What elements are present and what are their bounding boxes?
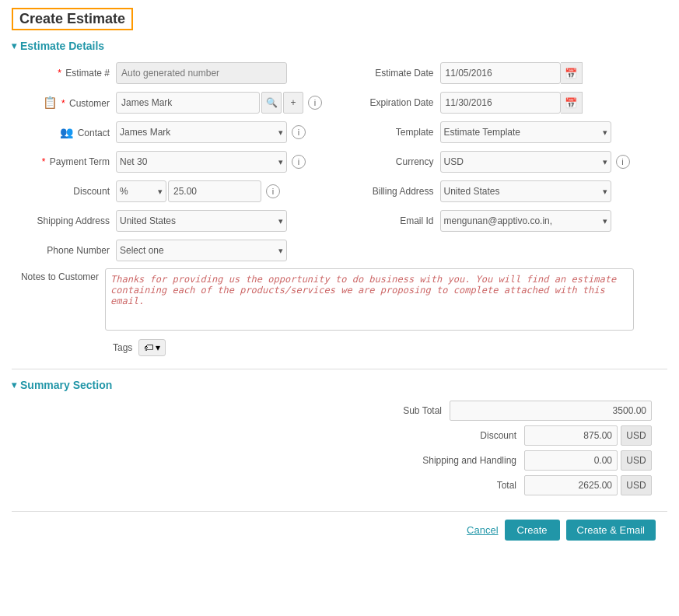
total-label: Total [404, 480, 521, 491]
customer-input-group: 🔍 + i [116, 92, 322, 114]
total-currency: USD [621, 475, 652, 495]
contact-input-group: James Mark i [116, 121, 306, 143]
estimate-date-label: Estimate Date [347, 68, 440, 79]
estimate-date-calendar-icon[interactable]: 📅 [561, 62, 583, 84]
form-grid: * Estimate # 📋 * Customer 🔍 + [12, 61, 667, 268]
total-input[interactable] [524, 475, 618, 495]
currency-label: Currency [347, 156, 440, 167]
currency-info-icon: i [616, 155, 630, 169]
template-row: Template Estimate Template [347, 121, 665, 144]
payment-term-label: * Payment Term [23, 156, 116, 167]
tags-row: Tags 🏷 ▾ [12, 339, 667, 356]
email-id-select[interactable]: mengunan@apptivo.co.in, [440, 210, 611, 232]
notes-row: Notes to Customer Thanks for providing u… [12, 268, 667, 333]
total-row: Total USD [404, 475, 652, 495]
shipping-address-select[interactable]: United States [116, 210, 287, 232]
summary-discount-row: Discount USD [404, 425, 652, 446]
page-title: Create Estimate [12, 8, 133, 30]
estimate-details-header[interactable]: ▾ Estimate Details [12, 40, 667, 52]
shipping-handling-label: Shipping and Handling [404, 455, 521, 466]
payment-term-row: * Payment Term Net 30 i [23, 150, 341, 173]
contact-label: 👥 Contact [23, 126, 116, 138]
template-select[interactable]: Estimate Template [440, 121, 611, 143]
payment-term-group: Net 30 i [116, 151, 306, 173]
billing-address-select[interactable]: United States [440, 180, 611, 202]
customer-label: 📋 * Customer [23, 96, 116, 110]
email-id-label: Email Id [347, 215, 440, 226]
expiration-date-calendar-icon[interactable]: 📅 [561, 92, 583, 114]
shipping-address-label: Shipping Address [23, 215, 116, 226]
tags-label: Tags [113, 342, 138, 353]
notes-textarea[interactable]: Thanks for providing us the opportunity … [105, 268, 634, 331]
discount-type-select[interactable]: % $ [116, 180, 166, 202]
customer-row: 📋 * Customer 🔍 + i [23, 91, 341, 114]
discount-info-icon: i [266, 184, 280, 198]
create-email-button[interactable]: Create & Email [566, 520, 656, 541]
sub-total-input[interactable] [450, 401, 652, 421]
cancel-button[interactable]: Cancel [467, 520, 498, 541]
currency-select[interactable]: USD [440, 151, 611, 173]
payment-term-select[interactable]: Net 30 [116, 151, 287, 173]
template-label: Template [347, 127, 440, 138]
collapse-chevron[interactable]: ▾ [12, 40, 16, 51]
shipping-handling-row: Shipping and Handling USD [404, 450, 652, 471]
phone-number-row: Phone Number Select one [23, 239, 341, 262]
summary-grid: Sub Total Discount USD Shipping and Hand… [12, 401, 667, 495]
contact-row: 👥 Contact James Mark i [23, 121, 341, 144]
summary-section-header[interactable]: ▾ Summary Section [12, 379, 667, 391]
notes-label: Notes to Customer [12, 268, 105, 282]
section-title: Estimate Details [20, 40, 104, 52]
expiration-date-row: Expiration Date 📅 [347, 91, 665, 114]
estimate-date-row: Estimate Date 📅 [347, 61, 665, 85]
currency-group: USD i [440, 151, 630, 173]
customer-info-icon: i [308, 96, 322, 110]
tags-button[interactable]: 🏷 ▾ [138, 339, 166, 356]
summary-discount-label: Discount [404, 430, 521, 441]
phone-number-select[interactable]: Select one [116, 240, 287, 261]
summary-section-title: Summary Section [20, 379, 112, 391]
tag-icon: 🏷 [144, 342, 153, 353]
shipping-handling-currency: USD [621, 450, 652, 471]
estimate-number-input[interactable] [116, 62, 287, 84]
summary-discount-input[interactable] [524, 425, 618, 446]
footer-bar: Cancel Create Create & Email [12, 511, 667, 548]
customer-search-button[interactable]: 🔍 [261, 92, 282, 114]
summary-collapse-chevron[interactable]: ▾ [12, 380, 16, 390]
contact-select[interactable]: James Mark [116, 121, 287, 143]
discount-group: % $ i [116, 180, 280, 202]
left-column: * Estimate # 📋 * Customer 🔍 + [19, 61, 344, 268]
sub-total-label: Sub Total [330, 405, 446, 416]
billing-address-row: Billing Address United States [347, 180, 665, 203]
shipping-handling-input[interactable] [524, 450, 618, 471]
phone-number-label: Phone Number [23, 245, 116, 256]
shipping-address-row: Shipping Address United States [23, 209, 341, 233]
email-id-row: Email Id mengunan@apptivo.co.in, [347, 209, 665, 233]
customer-add-button[interactable]: + [283, 92, 303, 114]
contact-info-icon: i [292, 125, 306, 139]
notes-field-wrapper: Thanks for providing us the opportunity … [105, 268, 634, 333]
discount-row: Discount % $ i [23, 180, 341, 203]
sub-total-row: Sub Total [330, 401, 652, 421]
right-column: Estimate Date 📅 Expiration Date 📅 [344, 61, 668, 268]
estimate-number-label: * Estimate # [23, 68, 116, 79]
create-button[interactable]: Create [505, 520, 560, 541]
summary-discount-currency: USD [621, 425, 652, 446]
expiration-date-group: 📅 [440, 92, 583, 114]
payment-term-info-icon: i [292, 155, 306, 169]
customer-input[interactable] [116, 92, 260, 114]
estimate-details-section: ▾ Estimate Details * Estimate # 📋 [12, 40, 667, 356]
summary-section: ▾ Summary Section Sub Total Discount USD… [12, 379, 667, 495]
expiration-date-input[interactable] [440, 92, 561, 114]
discount-value-input[interactable] [168, 180, 261, 202]
estimate-number-row: * Estimate # [23, 61, 341, 85]
expiration-date-label: Expiration Date [347, 97, 440, 108]
currency-row: Currency USD i [347, 150, 665, 173]
tag-chevron: ▾ [156, 342, 160, 353]
estimate-date-input[interactable] [440, 62, 561, 84]
estimate-date-group: 📅 [440, 62, 583, 84]
billing-address-label: Billing Address [347, 186, 440, 197]
discount-label: Discount [23, 186, 116, 197]
